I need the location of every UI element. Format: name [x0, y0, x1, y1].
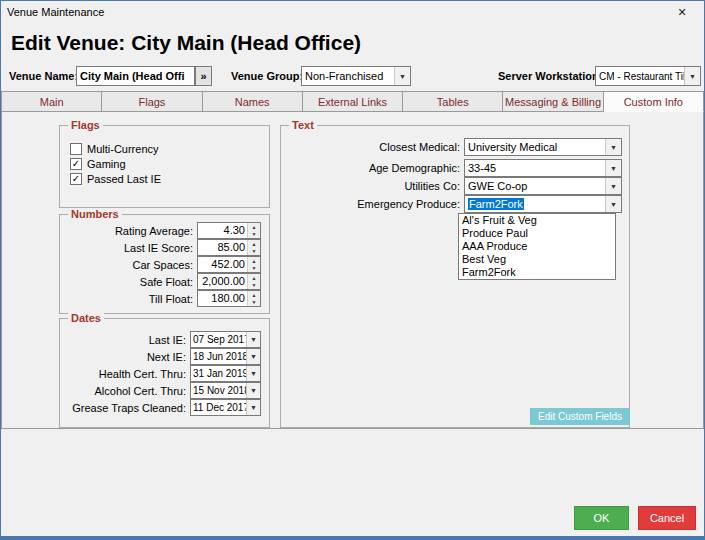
venue-group-select[interactable]: Non-Franchised ▼	[301, 66, 411, 86]
close-icon: ✕	[677, 6, 686, 19]
server-workstation-select[interactable]: CM - Restaurant Till 1 ▼	[595, 66, 701, 86]
next-ie-date-select[interactable]: 18 Jun 2018 ▼	[190, 348, 261, 365]
tab-label: External Links	[318, 96, 387, 108]
tab-main[interactable]: Main	[1, 91, 102, 112]
checkbox[interactable]: ✓	[70, 173, 82, 185]
expand-venue-name-button[interactable]: »	[195, 66, 212, 86]
closest-medical-field: Closest Medical: University Medical ▼	[289, 138, 622, 156]
checkbox-passed-last-ie[interactable]: ✓ Passed Last IE	[70, 172, 161, 186]
field-label: Car Spaces:	[68, 259, 193, 271]
field-label: Last IE:	[68, 334, 186, 346]
date-value: 18 Jun 2018	[191, 351, 246, 362]
spin-up-icon[interactable]: ▲	[248, 223, 260, 231]
list-item[interactable]: Best Veg	[459, 253, 615, 266]
safe-float-spinner[interactable]: 2,000.00 ▲ ▼	[197, 273, 261, 290]
venue-name-label: Venue Name:	[9, 70, 78, 82]
field-label: Rating Average:	[68, 225, 193, 237]
numbers-group: Numbers Rating Average: 4.30 ▲ ▼ Last IE…	[59, 214, 270, 314]
venue-name-input[interactable]	[76, 66, 195, 86]
field-label: Utilities Co:	[289, 180, 460, 192]
ok-button[interactable]: OK	[574, 506, 629, 530]
numbers-group-title: Numbers	[68, 208, 122, 221]
server-workstation-label: Server Workstation:	[498, 70, 602, 82]
spinner-arrows: ▲ ▼	[247, 223, 260, 238]
last-ie-score-spinner[interactable]: 85.00 ▲ ▼	[197, 239, 261, 256]
chevron-down-icon: ▼	[605, 196, 621, 212]
custom-info-panel: Flags Multi-Currency ✓ Gaming ✓ Passed L…	[1, 112, 704, 429]
spin-up-icon[interactable]: ▲	[248, 240, 260, 248]
health-cert-date-select[interactable]: 31 Jan 2019 ▼	[190, 365, 261, 382]
field-label: Next IE:	[68, 351, 186, 363]
checkbox-label: Gaming	[87, 158, 126, 170]
spin-down-icon[interactable]: ▼	[248, 248, 260, 256]
venue-group-value: Non-Franchised	[302, 70, 394, 82]
combo-value: University Medical	[465, 141, 605, 153]
chevron-down-icon: ▼	[605, 178, 621, 194]
spinner-value: 85.00	[198, 240, 247, 255]
car-spaces-field: Car Spaces: 452.00 ▲ ▼	[68, 256, 261, 273]
checkbox[interactable]: ✓	[70, 158, 82, 170]
chevron-down-icon: ▼	[246, 332, 260, 347]
spinner-arrows: ▲ ▼	[247, 291, 260, 306]
spinner-value: 4.30	[198, 223, 247, 238]
tab-external-links[interactable]: External Links	[303, 91, 403, 112]
utilities-co-select[interactable]: GWE Co-op ▼	[464, 177, 622, 195]
close-button[interactable]: ✕	[660, 1, 704, 23]
edit-custom-fields-button[interactable]: Edit Custom Fields	[530, 408, 630, 425]
tab-tables[interactable]: Tables	[403, 91, 503, 112]
tab-flags[interactable]: Flags	[102, 91, 202, 112]
spin-up-icon[interactable]: ▲	[248, 291, 260, 299]
checkbox[interactable]	[70, 143, 82, 155]
field-label: Till Float:	[68, 293, 193, 305]
cancel-button[interactable]: Cancel	[638, 506, 696, 530]
alcohol-cert-date-select[interactable]: 15 Nov 2018 ▼	[190, 382, 261, 399]
field-label: Alcohol Cert. Thru:	[68, 385, 186, 397]
date-value: 31 Jan 2019	[191, 368, 246, 379]
field-label: Emergency Produce:	[289, 198, 460, 210]
rating-average-field: Rating Average: 4.30 ▲ ▼	[68, 222, 261, 239]
spin-up-icon[interactable]: ▲	[248, 274, 260, 282]
window-title: Venue Maintenance	[1, 6, 104, 18]
tab-label: Names	[235, 96, 270, 108]
rating-average-spinner[interactable]: 4.30 ▲ ▼	[197, 222, 261, 239]
chevron-down-icon: ▼	[605, 160, 621, 176]
last-ie-date-select[interactable]: 07 Sep 2017 ▼	[190, 331, 261, 348]
tab-messaging-billing[interactable]: Messaging & Billing	[503, 91, 603, 112]
chevron-down-icon: ▼	[684, 67, 700, 85]
tab-names[interactable]: Names	[203, 91, 303, 112]
tab-label: Flags	[138, 96, 165, 108]
date-value: 15 Nov 2018	[191, 385, 246, 396]
chevron-down-icon: ▼	[246, 400, 260, 415]
field-label: Last IE Score:	[68, 242, 193, 254]
list-item[interactable]: Farm2Fork	[459, 266, 615, 279]
spin-down-icon[interactable]: ▼	[248, 231, 260, 239]
spin-down-icon[interactable]: ▼	[248, 299, 260, 307]
date-value: 11 Dec 2017	[191, 402, 246, 413]
emergency-produce-field: Emergency Produce: Farm2Fork ▼	[289, 195, 622, 213]
grease-traps-date-select[interactable]: 11 Dec 2017 ▼	[190, 399, 261, 416]
spinner-arrows: ▲ ▼	[247, 274, 260, 289]
car-spaces-spinner[interactable]: 452.00 ▲ ▼	[197, 256, 261, 273]
list-item[interactable]: Al's Fruit & Veg	[459, 214, 615, 227]
field-label: Health Cert. Thru:	[68, 368, 186, 380]
tab-custom-info[interactable]: Custom Info	[604, 91, 704, 112]
checkbox-gaming[interactable]: ✓ Gaming	[70, 157, 126, 171]
list-item[interactable]: AAA Produce	[459, 240, 615, 253]
closest-medical-select[interactable]: University Medical ▼	[464, 138, 622, 156]
till-float-spinner[interactable]: 180.00 ▲ ▼	[197, 290, 261, 307]
list-item[interactable]: Produce Paul	[459, 227, 615, 240]
checkbox-multi-currency[interactable]: Multi-Currency	[70, 142, 159, 156]
spin-down-icon[interactable]: ▼	[248, 282, 260, 290]
venue-group-label: Venue Group:	[231, 70, 303, 82]
selected-text: Farm2Fork	[468, 198, 524, 210]
age-demographic-select[interactable]: 33-45 ▼	[464, 159, 622, 177]
emergency-produce-select[interactable]: Farm2Fork ▼	[464, 195, 622, 213]
spin-down-icon[interactable]: ▼	[248, 265, 260, 273]
field-label: Grease Traps Cleaned:	[68, 402, 186, 414]
chevron-down-icon: ▼	[246, 383, 260, 398]
spin-up-icon[interactable]: ▲	[248, 257, 260, 265]
date-value: 07 Sep 2017	[191, 334, 246, 345]
till-float-field: Till Float: 180.00 ▲ ▼	[68, 290, 261, 307]
age-demographic-field: Age Demographic: 33-45 ▼	[289, 159, 622, 177]
utilities-co-field: Utilities Co: GWE Co-op ▼	[289, 177, 622, 195]
